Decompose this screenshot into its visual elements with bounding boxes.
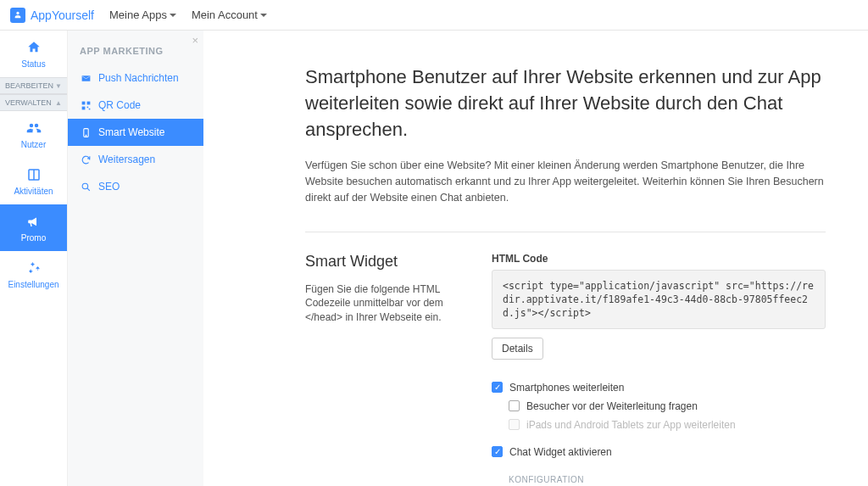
nav-promo[interactable]: Promo	[0, 204, 67, 251]
option-chat-widget[interactable]: ✓ Chat Widget aktivieren	[492, 443, 826, 461]
subnav-qr-label: QR Code	[98, 99, 141, 111]
envelope-icon	[80, 72, 92, 84]
subnav-seo-label: SEO	[98, 181, 120, 193]
svg-rect-3	[86, 101, 90, 104]
details-button[interactable]: Details	[492, 338, 543, 360]
brand-text: AppYourself	[31, 8, 94, 22]
option-ask-before-redirect[interactable]: Besucher vor der Weiterleitung fragen	[509, 397, 826, 416]
subnav-smart-label: Smart Website	[98, 126, 164, 138]
svg-line-10	[87, 188, 90, 191]
page-description: Verfügen Sie schon über eine Website? Mi…	[305, 158, 826, 205]
topbar: AppYourself Meine Apps Mein Account	[0, 0, 868, 31]
refresh-icon	[80, 154, 92, 165]
subnav-push[interactable]: Push Nachrichten	[68, 64, 203, 92]
menu-my-account[interactable]: Mein Account	[192, 8, 267, 21]
checkbox-disabled-icon	[509, 419, 520, 430]
subnav-push-label: Push Nachrichten	[98, 72, 179, 84]
svg-rect-2	[81, 101, 85, 104]
nav-status-label: Status	[21, 59, 45, 69]
option-ask-label: Besucher vor der Weiterleitung fragen	[526, 400, 698, 412]
users-icon	[25, 120, 42, 137]
config-section-title: KONFIGURATION	[509, 466, 826, 486]
menu-my-apps[interactable]: Meine Apps	[109, 8, 176, 21]
home-icon	[25, 39, 42, 56]
html-code-box[interactable]: <script type="application/javascript" sr…	[492, 270, 826, 329]
svg-rect-6	[88, 108, 90, 109]
svg-point-9	[82, 183, 88, 189]
nav-users[interactable]: Nutzer	[0, 111, 67, 158]
brand-icon	[10, 8, 25, 23]
nav-section-manage[interactable]: VERWALTEN ▲	[0, 94, 67, 111]
checkbox-unchecked-icon[interactable]	[509, 400, 520, 411]
svg-rect-5	[86, 106, 88, 108]
qr-icon	[80, 99, 92, 111]
cogs-icon	[25, 260, 42, 277]
subnav-share[interactable]: Weitersagen	[68, 146, 203, 173]
book-icon	[25, 166, 42, 183]
widget-heading: Smart Widget	[305, 253, 466, 271]
option-chat-label: Chat Widget aktivieren	[509, 446, 612, 458]
code-label: HTML Code	[492, 253, 826, 265]
page-title: Smartphone Benutzer auf Ihrer Website er…	[305, 64, 826, 142]
subnav-title: APP MARKETING	[68, 37, 203, 64]
phone-icon	[80, 126, 92, 138]
nav-activities-label: Aktivitäten	[14, 187, 53, 196]
nav-section-edit[interactable]: BEARBEITEN ▼	[0, 77, 67, 94]
bullhorn-icon	[25, 213, 42, 230]
chevron-down-icon: ▼	[55, 82, 62, 90]
checkbox-checked-icon[interactable]: ✓	[492, 446, 503, 457]
nav-manage-label: VERWALTEN	[5, 98, 52, 107]
nav-edit-label: BEARBEITEN	[5, 81, 53, 90]
nav-activities[interactable]: Aktivitäten	[0, 158, 67, 204]
sub-nav: × APP MARKETING Push Nachrichten QR Code…	[68, 31, 203, 486]
menu-my-account-label: Mein Account	[192, 8, 258, 21]
option-redirect-label: Smartphones weiterleiten	[509, 382, 624, 394]
subnav-share-label: Weitersagen	[98, 154, 155, 165]
svg-rect-4	[81, 106, 85, 109]
chevron-up-icon: ▲	[55, 99, 62, 107]
divider	[305, 232, 826, 232]
search-icon	[80, 181, 92, 193]
nav-promo-label: Promo	[21, 233, 46, 243]
menu-my-apps-label: Meine Apps	[109, 8, 167, 21]
option-ipads-label: iPads und Android Tablets zur App weiter…	[526, 419, 736, 431]
nav-status[interactable]: Status	[0, 31, 67, 77]
subnav-qr[interactable]: QR Code	[68, 92, 203, 119]
nav-users-label: Nutzer	[21, 140, 46, 149]
widget-instructions: Fügen Sie die folgende HTML Codezeile un…	[305, 282, 466, 325]
option-redirect-smartphones[interactable]: ✓ Smartphones weiterleiten	[492, 378, 826, 397]
option-ipads-tablets: iPads und Android Tablets zur App weiter…	[509, 416, 826, 434]
close-icon[interactable]: ×	[192, 34, 198, 47]
main-content: Smartphone Benutzer auf Ihrer Website er…	[203, 31, 868, 486]
brand[interactable]: AppYourself	[10, 8, 94, 23]
caret-icon	[170, 14, 176, 17]
caret-icon	[260, 14, 267, 17]
subnav-seo[interactable]: SEO	[68, 173, 203, 200]
top-menu: Meine Apps Mein Account	[109, 8, 267, 21]
left-nav: Status BEARBEITEN ▼ VERWALTEN ▲ Nutzer A…	[0, 31, 68, 486]
nav-settings[interactable]: Einstellungen	[0, 251, 67, 298]
svg-point-8	[86, 135, 86, 136]
checkbox-checked-icon[interactable]: ✓	[492, 382, 503, 393]
subnav-smart-website[interactable]: Smart Website	[68, 119, 203, 146]
nav-settings-label: Einstellungen	[8, 280, 58, 289]
